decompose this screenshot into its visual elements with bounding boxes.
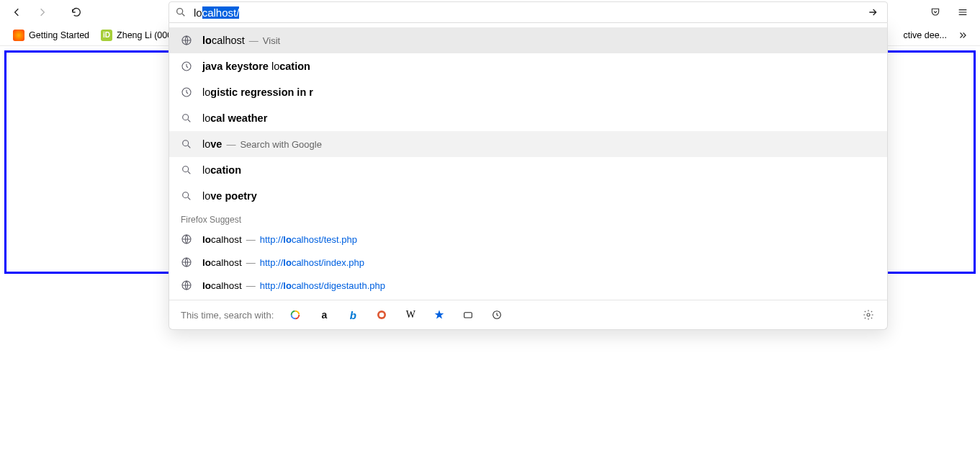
suggest-row[interactable]: localhost—http://localhost/test.php [169,228,887,251]
svg-point-4 [183,115,189,120]
urlbar-typed: lo [194,6,202,19]
gear-icon [863,309,874,321]
suggest-text: localhost—http://localhost/test.php [202,234,357,245]
svg-rect-17 [464,313,472,318]
back-button[interactable] [6,2,29,22]
urlbar-selected: calhost/ [202,6,240,19]
result-row[interactable]: java keystore location [169,53,887,79]
urlbar[interactable]: localhost/ [168,1,888,23]
engine-google[interactable] [288,308,302,322]
google-icon [289,309,301,321]
pocket-icon [930,6,941,18]
suggest-text: localhost—http://localhost/index.php [202,257,364,268]
search-icon [175,6,186,18]
toolbar-right [924,2,974,22]
history-icon [181,86,192,98]
bookmarks-overflow-button[interactable] [954,27,971,44]
reload-icon [71,6,82,18]
svg-point-7 [183,192,189,198]
firefox-icon [13,30,24,41]
search-engine-footer: This time, search with: a b W [169,300,887,329]
orcid-icon: iD [101,30,112,41]
result-row[interactable]: love—Search with Google [169,131,887,157]
engine-amazon[interactable]: a [317,308,331,322]
engine-bing[interactable]: b [346,308,360,322]
engine-duckduckgo[interactable] [374,308,389,322]
result-text: localhost—Visit [202,35,280,46]
tab-icon [462,309,474,321]
history-icon [491,309,503,321]
urlbar-container: localhost/ localhost—Visit java keystore… [168,1,888,23]
footer-label: This time, search with: [181,310,274,321]
engine-history[interactable] [490,308,504,322]
app-menu-button[interactable] [951,2,974,22]
result-text: local weather [202,112,267,124]
history-icon [181,61,192,72]
search-settings-button[interactable] [861,308,876,322]
arrow-left-icon [12,6,23,18]
svg-point-16 [379,313,385,318]
hamburger-icon [957,6,968,18]
bookmark-label: Getting Started [29,30,89,40]
result-text: love poetry [202,190,257,202]
search-icon [181,190,192,202]
duckduckgo-icon [376,309,387,321]
wikipedia-icon: W [406,309,415,321]
pocket-button[interactable] [924,2,947,22]
amazon-icon: a [321,309,327,321]
engine-tabs[interactable] [461,308,475,322]
urlbar-text: localhost/ [194,6,239,19]
arrow-right-icon [36,6,48,18]
svg-point-19 [867,313,870,316]
globe-icon [181,35,192,46]
result-text: love—Search with Google [202,138,322,150]
result-row[interactable]: localhost—Visit [169,27,887,53]
engine-bookmarks[interactable] [432,308,446,322]
result-row[interactable]: location [169,157,887,183]
search-icon [181,112,192,124]
suggest-row[interactable]: localhost—http://localhost/digestauth.ph… [169,274,887,297]
search-icon [181,164,192,176]
svg-point-6 [183,166,189,172]
result-row[interactable]: love poetry [169,183,887,209]
result-text: logistic regression in r [202,86,313,98]
bookmark-label: ctive dee... [904,30,947,40]
arrow-right-icon [867,6,878,18]
svg-point-5 [183,140,189,146]
globe-icon [181,233,192,245]
globe-icon [181,280,192,291]
engine-wikipedia[interactable]: W [403,308,418,322]
reload-button[interactable] [65,2,88,22]
search-icon [181,138,192,150]
bookmark-getting-started[interactable]: Getting Started [9,27,94,43]
go-button[interactable] [864,4,881,21]
urlbar-results-panel: localhost—Visit java keystore location l… [168,23,888,330]
bookmark-truncated[interactable]: ctive dee... [899,28,951,43]
suggest-row[interactable]: localhost—http://localhost/index.php [169,251,887,274]
bing-icon: b [350,309,356,321]
result-text: location [202,164,241,176]
result-row[interactable]: local weather [169,105,887,131]
star-icon [433,309,445,321]
result-row[interactable]: logistic regression in r [169,79,887,105]
suggest-text: localhost—http://localhost/digestauth.ph… [202,280,385,291]
chevron-double-right-icon [958,30,968,40]
globe-icon [181,256,192,268]
forward-button[interactable] [30,2,53,22]
browser-toolbar: localhost/ localhost—Visit java keystore… [0,0,980,24]
firefox-suggest-label: Firefox Suggest [169,209,887,228]
result-text: java keystore location [202,61,310,72]
svg-point-0 [177,9,183,14]
